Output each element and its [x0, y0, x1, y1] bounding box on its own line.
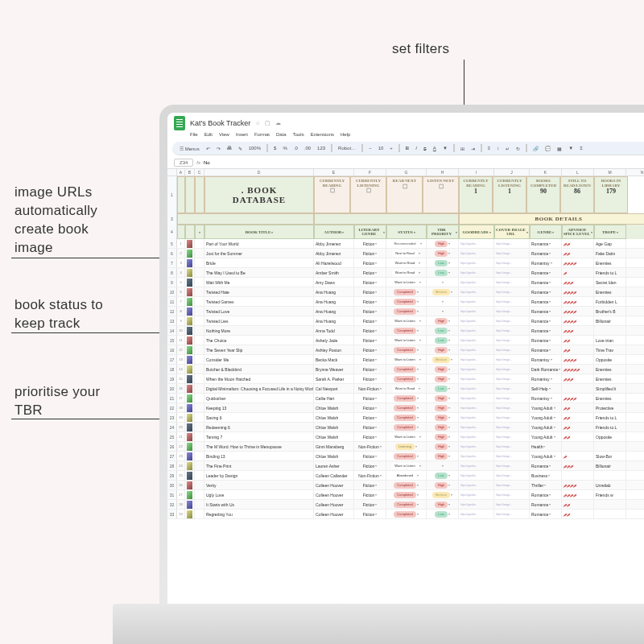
wrap-icon[interactable]: ↵: [505, 146, 510, 151]
star-icon[interactable]: ☆: [255, 120, 260, 126]
menu-help[interactable]: Help: [341, 132, 350, 137]
borders-icon[interactable]: ⊞: [460, 146, 465, 151]
table-row[interactable]: 8 4 The Way I Used to Be Amber Smith Fic…: [167, 268, 644, 278]
table-row[interactable]: 9 5 Wait With Me Amy Daws Fiction▾ Want …: [167, 278, 644, 287]
table-row[interactable]: 14 10 Nothing More Anna Todd Fiction▾ Co…: [167, 326, 644, 336]
table-row[interactable]: 17 13 Consider Me Becka Mack Fiction▾ Wa…: [167, 355, 644, 365]
filter-icon[interactable]: ▼: [568, 146, 574, 151]
book-status: Completed▾: [386, 365, 427, 374]
currency-icon[interactable]: $: [273, 146, 277, 151]
doc-title[interactable]: Kat's Book Tracker: [190, 119, 250, 127]
fontsize-inc[interactable]: +: [389, 146, 394, 151]
bold-icon[interactable]: B: [405, 146, 410, 151]
rotate-icon[interactable]: ↻: [515, 146, 521, 151]
folder-icon[interactable]: ▢: [265, 120, 270, 126]
table-row[interactable]: 12 8 Twisted Love Ana Huang Fiction▾ Com…: [167, 307, 644, 316]
menu-data[interactable]: Data: [276, 132, 287, 137]
stat-filter[interactable]: LISTEN NEXT☐: [423, 176, 459, 213]
decimal-inc-icon[interactable]: .00: [303, 146, 312, 151]
table-row[interactable]: 25 21 Taming 7 Chloe Walsh Fiction▾ Want…: [167, 432, 644, 442]
menu-file[interactable]: File: [190, 132, 198, 137]
comment-icon[interactable]: 💬: [544, 146, 551, 151]
spice-level: 🌶🌶: [562, 249, 594, 258]
stat-filter[interactable]: CURRENTLY READING☐: [314, 176, 350, 213]
table-row[interactable]: 30 26 Verity Colleen Hoover Fiction▾ Com…: [167, 481, 644, 490]
table-row[interactable]: 28 24 The Fine Print Lauren Asher Fictio…: [167, 461, 644, 471]
cloud-icon[interactable]: ☁: [275, 120, 281, 126]
link-icon[interactable]: 🔗: [532, 146, 539, 151]
filter-toggle-icon[interactable]: ▾: [271, 230, 273, 234]
table-row[interactable]: 29 25 Leader by Design Colleen Callander…: [167, 471, 644, 481]
filter-toggle-icon[interactable]: ▾: [199, 230, 200, 234]
table-row[interactable]: 18 14 Butcher & Blackbird Brynne Weaver …: [167, 365, 644, 374]
book-genre: Fiction▾: [354, 239, 386, 248]
menu-view[interactable]: View: [219, 132, 229, 137]
percent-icon[interactable]: %: [282, 146, 287, 151]
formula-input[interactable]: No: [204, 160, 210, 165]
format-123-icon[interactable]: 123: [316, 146, 326, 151]
strike-icon[interactable]: S̶: [423, 146, 427, 151]
menu-extensions[interactable]: Extensions: [311, 132, 334, 137]
halign-icon[interactable]: ≡: [487, 146, 492, 151]
book-title: It Starts with Us: [204, 500, 314, 509]
cover-url: https://image…: [494, 268, 530, 277]
menu-icon[interactable]: ☰ Menus: [179, 146, 200, 151]
section-header: BOOK DETAILS: [459, 213, 644, 225]
table-row[interactable]: 21 17 Quicksilver Callie Hart Fiction▾ C…: [167, 394, 644, 403]
table-row[interactable]: 31 27 Ugly Love Colleen Hoover Fiction▾ …: [167, 490, 644, 500]
table-row[interactable]: 6 2 Just for the Summer Abby Jimenez Fic…: [167, 249, 644, 258]
fontsize-input[interactable]: 10: [378, 146, 385, 151]
menu-edit[interactable]: Edit: [204, 132, 213, 137]
table-row[interactable]: 24 20 Redeeming 6 Chloe Walsh Fiction▾ C…: [167, 423, 644, 432]
italic-icon[interactable]: I: [415, 146, 418, 151]
table-row[interactable]: 33 29 Regretting You Colleen Hoover Fict…: [167, 510, 644, 519]
merge-icon[interactable]: ⇥: [470, 146, 476, 151]
goodreads-url: https://goodre…: [459, 249, 494, 258]
chart-icon[interactable]: ▦: [556, 146, 563, 151]
print-icon[interactable]: 🖶: [226, 146, 233, 151]
table-row[interactable]: 5 1 Part of Your World Abby Jimenez Fict…: [167, 239, 644, 249]
functions-icon[interactable]: Σ: [579, 146, 584, 151]
menu-insert[interactable]: Insert: [236, 132, 248, 137]
menu-format[interactable]: Format: [254, 132, 270, 137]
book-cover-thumb: [187, 250, 192, 258]
fillcolor-icon[interactable]: ▼: [442, 146, 448, 151]
menu-tools[interactable]: Tools: [293, 132, 304, 137]
table-row[interactable]: 20 16 Digital Minimalism: Choosing a Foc…: [167, 384, 644, 394]
table-row[interactable]: 32 28 It Starts with Us Colleen Hoover F…: [167, 500, 644, 510]
zoom-select[interactable]: 100%: [248, 146, 262, 151]
table-row[interactable]: 7 3 Bride Ali Hazelwood Fiction▾ Want to…: [167, 258, 644, 268]
book-cover-thumb: [187, 510, 192, 518]
goodreads-url: https://goodre…: [459, 278, 494, 287]
book-genre: Non-Fiction▾: [354, 384, 386, 393]
table-row[interactable]: 11 7 Twisted Games Ana Huang Fiction▾ Co…: [167, 297, 644, 307]
font-select[interactable]: Robot…: [337, 146, 357, 151]
fontsize-dec[interactable]: −: [368, 146, 373, 151]
textcolor-icon[interactable]: A: [432, 146, 437, 151]
spice-level: 🌶🌶: [562, 510, 594, 518]
book-author: Colleen Hoover: [314, 490, 354, 499]
trope: [594, 471, 626, 480]
table-row[interactable]: 16 12 The Seven Year Slip Ashley Poston …: [167, 345, 644, 355]
stat-filter[interactable]: READ NEXT☐: [386, 176, 423, 213]
undo-icon[interactable]: ↶: [205, 146, 211, 151]
spreadsheet[interactable]: A B C D E F G H I J K L M N 1 . BOOK DAT…: [167, 169, 644, 519]
book-status: Want to Listen▾: [386, 278, 427, 287]
table-row[interactable]: 22 18 Keeping 13 Chloe Walsh Fiction▾ Co…: [167, 403, 644, 413]
table-row[interactable]: 23 19 Saving 6 Chloe Walsh Fiction▾ Comp…: [167, 413, 644, 423]
decimal-dec-icon[interactable]: .0: [293, 146, 299, 151]
book-cover-thumb: [187, 491, 192, 499]
paint-icon[interactable]: ✎: [237, 146, 243, 151]
book-priority: High▾: [427, 481, 459, 489]
name-box[interactable]: Z34: [174, 159, 193, 167]
stat-filter[interactable]: CURRENTLY LISTENING☐: [350, 176, 386, 213]
table-row[interactable]: 15 11 The Choice Ashely Jade Fiction▾ Wa…: [167, 336, 644, 345]
table-row[interactable]: 10 6 Twisted Hate Ana Huang Fiction▾ Com…: [167, 287, 644, 297]
valign-icon[interactable]: ↕: [496, 146, 500, 151]
redo-icon[interactable]: ↷: [216, 146, 221, 151]
table-row[interactable]: 26 22 The M Word: How to Thrive in Menop…: [167, 442, 644, 452]
table-row[interactable]: 27 23 Binding 13 Chloe Walsh Fiction▾ Co…: [167, 452, 644, 461]
database-title: . BOOK DATABASE: [207, 180, 312, 209]
table-row[interactable]: 13 9 Twisted Lies Ana Huang Fiction▾ Wan…: [167, 316, 644, 326]
table-row[interactable]: 19 15 When the Moon Hatched Sarah A. Par…: [167, 374, 644, 384]
